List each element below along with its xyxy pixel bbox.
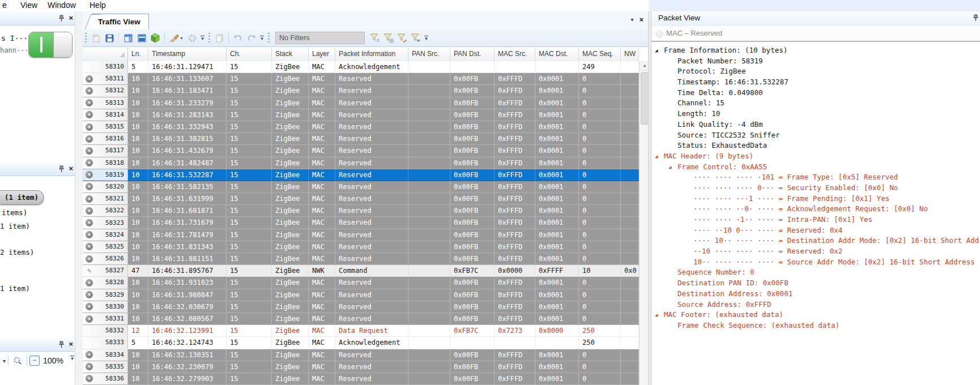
undo-arrow-icon[interactable] [232,32,244,44]
column-header-timestamp[interactable]: Timestamp [148,48,227,61]
table-row[interactable]: 583321216:46:32.12399115ZigBeeMACData Re… [83,325,639,337]
column-header-ln[interactable]: Ln. [128,48,148,61]
close-icon[interactable]: × [69,164,73,173]
packet-tree-line[interactable]: Source: TICC2532 Sniffer [651,130,980,141]
overflow-icon[interactable]: ▾ [424,36,428,41]
copy-pages-icon[interactable] [213,32,225,44]
grip-handle[interactable] [268,33,270,43]
packet-tree-line[interactable]: ◢Frame Control: 0xAA55 [651,162,980,173]
table-row[interactable]: ×583131016:46:31.23327915ZigBeeMACReserv… [83,97,639,109]
panel-close-icon[interactable]: × [639,16,644,23]
pin-icon[interactable] [58,15,65,22]
filter-funnel-icon-1[interactable]: n [369,32,381,44]
table-row[interactable]: ×583201016:46:31.58213515ZigBeeMACReserv… [83,181,639,193]
table-row[interactable]: ×583151016:46:31.33294315ZigBeeMACReserv… [83,121,639,133]
table-row[interactable]: ×583341016:46:32.13035115ZigBeeMACReserv… [83,349,639,361]
table-row[interactable]: 58333516:46:32.12474315ZigBeeMACAcknowle… [83,337,639,349]
expander-icon[interactable]: ◢ [655,45,664,56]
tree-node-label[interactable]: items) [2,208,27,217]
column-header-packet-information[interactable]: Packet Information [335,48,408,61]
packet-tree-line[interactable]: Length: 10 [651,109,980,119]
packet-tree-line[interactable]: ···· ···· ·1·· ···· = Intra-PAN: [0x1] Y… [651,215,980,225]
packet-tree-line[interactable]: 10·· ···· ···· ···· = Source Addr Mode: … [651,257,980,268]
overflow-icon[interactable]: ▾ [260,36,264,41]
panel-pin-icon[interactable] [122,32,134,44]
table-row[interactable]: ×583221016:46:31.68187115ZigBeeMACReserv… [83,205,639,217]
table-row[interactable]: ×583181016:46:31.48248715ZigBeeMACReserv… [83,157,639,169]
packet-tree-line[interactable]: Status: ExhaustedData [651,140,980,151]
column-header-mac-seq[interactable]: MAC Seq. [579,48,621,61]
column-header-layer[interactable]: Layer [309,48,335,61]
expander-icon[interactable]: ◢ [668,162,678,173]
redo-arrow-icon[interactable] [245,32,258,44]
menu-item-help[interactable]: Help [90,1,106,10]
table-row[interactable]: ×583241016:46:31.78147915ZigBeeMACReserv… [83,229,639,241]
table-row[interactable]: ×583211016:46:31.63199915ZigBeeMACReserv… [83,193,639,205]
table-row[interactable]: ×583161016:46:31.38281515ZigBeeMACReserv… [83,133,639,145]
table-row[interactable]: ×583111016:46:31.13360715ZigBeeMACReserv… [83,73,639,85]
overflow-icon[interactable]: ▾ [70,356,74,361]
panel-layout-icon[interactable] [135,32,148,44]
table-row[interactable]: ✎583274716:46:31.89576715ZigBeeNWKComman… [83,265,639,277]
table-row[interactable]: ×583251016:46:31.83134315ZigBeeMACReserv… [83,241,639,253]
export-icon[interactable] [90,32,102,44]
packet-tree-line[interactable]: Channel: 15 [651,98,980,109]
filter-funnel-icon-3[interactable] [396,32,408,44]
packet-tree-line[interactable]: ···· ···· ··0· ···· = Acknowledgement Re… [651,204,980,215]
close-icon[interactable]: × [69,14,73,23]
menu-item-view[interactable]: View [20,1,37,10]
packet-tree-line[interactable]: ···· ··10 0··· ···· = Reserved: 0x4 [651,225,980,236]
device-node-badge[interactable]: (1 item) [0,190,44,205]
close-icon[interactable]: × [69,340,73,349]
column-header-nw[interactable]: NW [621,48,639,61]
overflow-icon[interactable]: ▾ [201,36,204,41]
table-row[interactable]: ×583361016:46:32.27990315ZigBeeMACReserv… [83,373,639,385]
packet-tree-line[interactable]: ···· ···· ···· 0··· = Security Enabled: … [651,183,980,194]
dropdown-icon[interactable]: ▾ [3,358,6,364]
table-row[interactable]: ×583301016:46:32.03067915ZigBeeMACReserv… [83,301,639,313]
table-row[interactable]: ×583141016:46:31.28314315ZigBeeMACReserv… [83,109,639,121]
table-row[interactable]: ×583311016:46:32.08056715ZigBeeMACReserv… [83,313,639,325]
filter-funnel-icon-2[interactable] [382,32,395,44]
toggle-knob[interactable] [53,32,72,57]
filter-funnel-icon-4[interactable] [410,32,422,44]
packet-tree-line[interactable]: ◢MAC Header: (9 bytes) [651,151,980,162]
table-row[interactable]: ×583281016:46:31.93102315ZigBeeMACReserv… [83,277,639,289]
grip-handle[interactable] [85,33,87,43]
menu-item-window[interactable]: Window [48,1,76,10]
table-row[interactable]: ×583191016:46:31.53228715ZigBeeMACReserv… [83,169,639,181]
packet-tree-line[interactable]: ◢MAC Footer: (exhausted data) [651,310,980,320]
table-row[interactable]: 58310516:46:31.12947115ZigBeeMACAcknowle… [83,61,639,73]
packet-tree-line[interactable]: ··10 ···· ···· ···· = Reserved: 0x2 [651,246,980,257]
table-row[interactable]: ×583291016:46:31.98084715ZigBeeMACReserv… [83,289,639,301]
expander-icon[interactable]: ◢ [655,310,664,320]
filter-input[interactable]: No Filters [275,32,365,44]
table-row[interactable]: ×583351016:46:32.23007915ZigBeeMACReserv… [83,361,639,373]
grip-handle[interactable] [208,33,210,43]
capture-toggle-switch[interactable] [28,32,73,58]
packet-tree-line[interactable]: Sequence Number: 0 [651,267,980,278]
packet-tree-line[interactable]: ◢Frame Information: (10 bytes) [651,45,980,56]
packet-tree-line[interactable]: Destination Address: 0x0001 [651,289,980,300]
save-icon[interactable] [103,32,116,44]
table-row[interactable]: ×583231016:46:31.73167915ZigBeeMACReserv… [83,217,639,229]
refresh-cube-icon[interactable] [149,32,161,44]
packet-tree-line[interactable]: Frame Check Sequence: (exhausted data) [651,320,980,331]
packet-tree-line[interactable]: Link Quality: -4 dBm [651,119,980,130]
packet-tree-line[interactable]: Time Delta: 0.049800 [651,88,980,99]
panel-dropdown-icon[interactable]: ▾ [630,16,633,23]
tree-node-label[interactable]: 1 item) [0,284,30,293]
packet-tree-line[interactable]: Destination PAN ID: 0x00FB [651,278,980,289]
dropdown-icon[interactable]: ▾ [180,36,182,41]
expander-icon[interactable]: ◢ [655,151,664,162]
packet-tree-line[interactable]: ···· ···· ···· ·101 = Frame Type: [0x5] … [651,172,980,183]
table-row[interactable]: ×583121016:46:31.18347115ZigBeeMACReserv… [83,85,639,97]
table-row[interactable]: ×583261016:46:31.88115115ZigBeeMACReserv… [83,253,639,265]
tab-traffic-view[interactable]: Traffic View [92,14,149,29]
packet-tree-line[interactable]: ···· 10·· ···· ···· = Destination Addr M… [651,236,980,246]
column-header-pan-dst[interactable]: PAN Dst. [450,48,495,61]
column-header-ch[interactable]: Ch. [227,48,272,61]
brush-icon[interactable]: ▾ [168,32,185,44]
table-row[interactable]: ×583171016:46:31.43267915ZigBeeMACReserv… [83,145,639,157]
menu-item-file-cut[interactable]: e [2,1,7,10]
